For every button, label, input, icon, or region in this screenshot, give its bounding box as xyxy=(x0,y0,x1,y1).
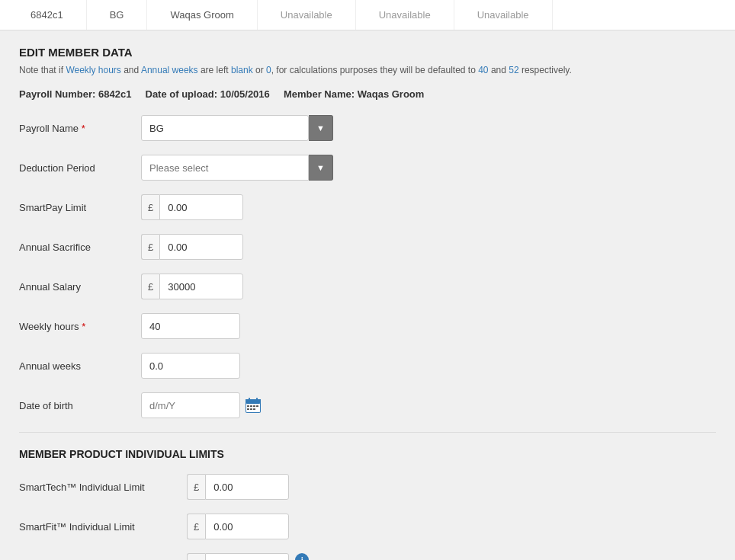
edit-member-form: Payroll Name * ▼ Deduction Period ▼ Sm xyxy=(19,115,716,560)
smartfit-limit-label: SmartFit™ Individual Limit xyxy=(19,521,187,533)
annual-sacrifice-input-group: £ xyxy=(141,234,243,260)
weekly-hours-row: Weekly hours * xyxy=(19,313,716,339)
annual-salary-currency-prefix: £ xyxy=(141,274,159,299)
chevron-down-icon: ▼ xyxy=(316,123,325,133)
nav-status1[interactable]: Unavailable xyxy=(258,0,356,30)
annual-weeks-label: Annual weeks xyxy=(19,360,141,372)
deduction-period-row: Deduction Period ▼ xyxy=(19,155,716,181)
nav-status3[interactable]: Unavailable xyxy=(454,0,553,30)
product-limits-title: MEMBER PRODUCT INDIVIDUAL LIMITS xyxy=(19,448,716,460)
cycle-to-work-limit-row: Cycle To Work Individual Limit £ i xyxy=(19,553,716,560)
smartpay-limit-row: SmartPay Limit £ xyxy=(19,194,716,220)
cycle-to-work-currency-prefix: £ xyxy=(187,553,205,560)
annual-salary-input[interactable] xyxy=(159,274,243,299)
svg-rect-5 xyxy=(256,398,258,402)
annual-weeks-input-group xyxy=(141,353,240,379)
nav-member-name[interactable]: Waqas Groom xyxy=(147,0,257,30)
annual-sacrifice-label: Annual Sacrifice xyxy=(19,242,141,253)
smarttech-limit-input[interactable] xyxy=(205,474,289,500)
note-highlight-weekly: Weekly hours xyxy=(66,65,120,75)
svg-rect-9 xyxy=(256,405,258,407)
smartpay-limit-input-group: £ xyxy=(141,194,243,220)
date-of-birth-input[interactable] xyxy=(141,392,240,418)
page-note: Note that if Weekly hours and Annual wee… xyxy=(19,63,716,77)
payroll-name-row: Payroll Name * ▼ xyxy=(19,115,716,141)
payroll-name-dropdown-btn[interactable]: ▼ xyxy=(309,115,333,141)
note-highlight-blank: blank xyxy=(231,65,253,75)
nav-payroll-name[interactable]: BG xyxy=(87,0,148,30)
annual-weeks-input[interactable] xyxy=(141,353,240,379)
weekly-hours-input[interactable] xyxy=(141,313,240,339)
main-content: EDIT MEMBER DATA Note that if Weekly hou… xyxy=(0,30,735,560)
deduction-period-dropdown-btn[interactable]: ▼ xyxy=(309,155,333,181)
annual-salary-input-group: £ xyxy=(141,274,243,299)
date-of-birth-input-group xyxy=(141,392,262,418)
payroll-name-input-group: ▼ xyxy=(141,115,333,141)
svg-rect-3 xyxy=(246,399,261,404)
deduction-period-label: Deduction Period xyxy=(19,162,141,174)
smartfit-currency-prefix: £ xyxy=(187,514,205,539)
annual-weeks-row: Annual weeks xyxy=(19,353,716,379)
payroll-number-value: 6842c1 xyxy=(98,88,131,100)
required-star2: * xyxy=(82,321,85,332)
payroll-name-label: Payroll Name * xyxy=(19,123,141,134)
page-title: EDIT MEMBER DATA xyxy=(19,46,716,59)
cycle-to-work-limit-input-group: £ i xyxy=(187,553,309,560)
svg-rect-11 xyxy=(250,408,252,410)
payroll-number-label: Payroll Number: xyxy=(19,88,95,100)
smartpay-limit-label: SmartPay Limit xyxy=(19,202,141,213)
svg-rect-6 xyxy=(247,405,249,407)
meta-info: Payroll Number: 6842c1 Date of upload: 1… xyxy=(19,88,716,100)
svg-rect-7 xyxy=(250,405,252,407)
smartfit-limit-input[interactable] xyxy=(205,514,289,539)
svg-rect-12 xyxy=(253,408,255,410)
note-highlight-zero: 0 xyxy=(266,65,271,75)
payroll-name-input[interactable] xyxy=(141,115,309,141)
nav-payroll-id[interactable]: 6842c1 xyxy=(8,0,87,30)
member-name-value: Waqas Groom xyxy=(358,88,425,100)
member-name-label: Member Name: xyxy=(284,88,355,100)
top-nav: 6842c1 BG Waqas Groom Unavailable Unavai… xyxy=(0,0,735,30)
smartpay-limit-input[interactable] xyxy=(159,194,243,220)
required-star: * xyxy=(82,123,85,134)
date-of-upload-value: 10/05/2016 xyxy=(220,88,270,100)
calendar-icon[interactable] xyxy=(245,392,262,418)
annual-salary-row: Annual Salary £ xyxy=(19,274,716,299)
nav-status2[interactable]: Unavailable xyxy=(356,0,454,30)
info-icon[interactable]: i xyxy=(295,553,309,560)
smartfit-limit-input-group: £ xyxy=(187,514,289,539)
deduction-period-input[interactable] xyxy=(141,155,309,181)
date-of-upload-label: Date of upload: xyxy=(146,88,218,100)
weekly-hours-input-group xyxy=(141,313,240,339)
cycle-to-work-limit-input[interactable] xyxy=(205,553,289,560)
annual-sacrifice-input[interactable] xyxy=(159,234,243,260)
smarttech-limit-row: SmartTech™ Individual Limit £ xyxy=(19,474,716,500)
svg-rect-10 xyxy=(247,408,249,410)
note-highlight-40: 40 xyxy=(478,65,488,75)
section-divider xyxy=(19,432,716,433)
weekly-hours-label: Weekly hours * xyxy=(19,321,141,332)
date-of-birth-label: Date of birth xyxy=(19,400,141,411)
svg-rect-8 xyxy=(253,405,255,407)
chevron-down-icon: ▼ xyxy=(316,163,325,172)
smartfit-limit-row: SmartFit™ Individual Limit £ xyxy=(19,514,716,539)
annual-sacrifice-currency-prefix: £ xyxy=(141,234,159,260)
smartpay-currency-prefix: £ xyxy=(141,194,159,220)
smarttech-limit-input-group: £ xyxy=(187,474,289,500)
svg-rect-4 xyxy=(249,398,250,402)
date-of-birth-row: Date of birth xyxy=(19,392,716,418)
annual-sacrifice-row: Annual Sacrifice £ xyxy=(19,234,716,260)
annual-salary-label: Annual Salary xyxy=(19,281,141,293)
smarttech-currency-prefix: £ xyxy=(187,474,205,500)
deduction-period-input-group: ▼ xyxy=(141,155,333,181)
note-highlight-annual: Annual weeks xyxy=(141,65,198,75)
note-highlight-52: 52 xyxy=(509,65,518,75)
smarttech-limit-label: SmartTech™ Individual Limit xyxy=(19,482,187,493)
